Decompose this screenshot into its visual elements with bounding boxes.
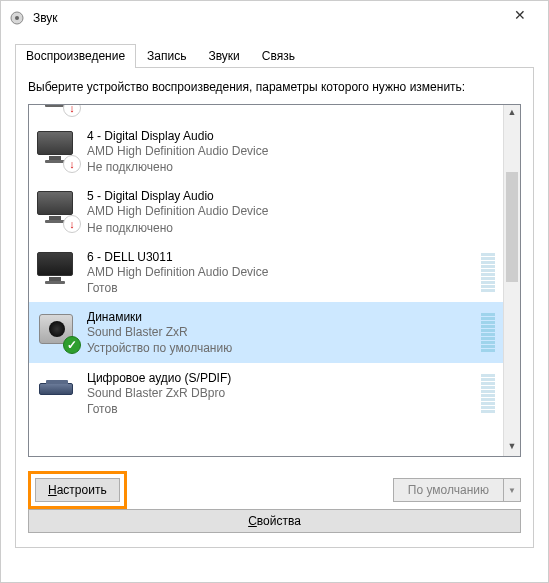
scroll-up-icon[interactable]: ▲: [504, 105, 520, 122]
device-item[interactable]: Цифровое аудио (S/PDIF)Sound Blaster ZxR…: [29, 363, 503, 423]
configure-highlight: Настроить: [28, 471, 127, 509]
device-item[interactable]: 6 - DELL U3011AMD High Definition Audio …: [29, 242, 503, 302]
scroll-down-icon[interactable]: ▼: [504, 439, 520, 456]
scrollbar[interactable]: ▲ ▼: [503, 105, 520, 456]
device-list: ↓AMD High Definition Audio DeviceНе подк…: [28, 104, 521, 457]
level-meter: [481, 248, 495, 292]
device-desc: AMD High Definition Audio Device: [87, 264, 475, 280]
device-item[interactable]: ↓AMD High Definition Audio DeviceНе подк…: [29, 105, 503, 121]
properties-button[interactable]: Свойства: [28, 509, 521, 533]
device-item[interactable]: ↓4 - Digital Display AudioAMD High Defin…: [29, 121, 503, 181]
device-item[interactable]: ✓ДинамикиSound Blaster ZxRУстройство по …: [29, 302, 503, 362]
disconnected-badge-icon: ↓: [63, 155, 81, 173]
device-desc: AMD High Definition Audio Device: [87, 203, 495, 219]
device-status: Не подключено: [87, 159, 495, 175]
device-name: Цифровое аудио (S/PDIF): [87, 371, 475, 385]
monitor-light-icon: ↓: [35, 105, 79, 115]
scroll-thumb[interactable]: [506, 172, 518, 282]
device-status: Устройство по умолчанию: [87, 340, 475, 356]
device-status: Готов: [87, 401, 475, 417]
sound-dialog: Звук ✕ ВоспроизведениеЗаписьЗвукиСвязь В…: [0, 0, 549, 583]
speaker-icon: ✓: [35, 308, 79, 352]
device-name: Динамики: [87, 310, 475, 324]
device-item[interactable]: ↓5 - Digital Display AudioAMD High Defin…: [29, 181, 503, 241]
titlebar[interactable]: Звук ✕: [1, 1, 548, 35]
window-title: Звук: [33, 11, 500, 25]
tab-1[interactable]: Запись: [136, 44, 197, 68]
default-button[interactable]: По умолчанию: [393, 478, 503, 502]
svg-point-1: [15, 16, 19, 20]
device-name: 6 - DELL U3011: [87, 250, 475, 264]
disconnected-badge-icon: ↓: [63, 105, 81, 117]
default-dropdown: По умолчанию ▼: [393, 478, 521, 502]
app-icon: [9, 10, 25, 26]
spdif-icon: [35, 369, 79, 413]
device-status: Готов: [87, 280, 475, 296]
default-badge-icon: ✓: [63, 336, 81, 354]
level-meter: [481, 369, 495, 413]
default-dropdown-arrow[interactable]: ▼: [503, 478, 521, 502]
tab-3[interactable]: Связь: [251, 44, 306, 68]
configure-button[interactable]: Настроить: [35, 478, 120, 502]
level-meter: [481, 308, 495, 352]
device-name: 5 - Digital Display Audio: [87, 189, 495, 203]
monitor-dark-icon: [35, 248, 79, 292]
tab-2[interactable]: Звуки: [197, 44, 250, 68]
device-desc: Sound Blaster ZxR: [87, 324, 475, 340]
device-name: 4 - Digital Display Audio: [87, 129, 495, 143]
playback-panel: Выберите устройство воспроизведения, пар…: [15, 68, 534, 548]
close-icon[interactable]: ✕: [500, 4, 540, 32]
monitor-light-icon: ↓: [35, 127, 79, 171]
prompt-text: Выберите устройство воспроизведения, пар…: [28, 80, 521, 94]
device-desc: AMD High Definition Audio Device: [87, 143, 495, 159]
disconnected-badge-icon: ↓: [63, 215, 81, 233]
device-desc: Sound Blaster ZxR DBpro: [87, 385, 475, 401]
monitor-light-icon: ↓: [35, 187, 79, 231]
tab-0[interactable]: Воспроизведение: [15, 44, 136, 68]
device-status: Не подключено: [87, 220, 495, 236]
tab-strip: ВоспроизведениеЗаписьЗвукиСвязь: [15, 43, 534, 68]
